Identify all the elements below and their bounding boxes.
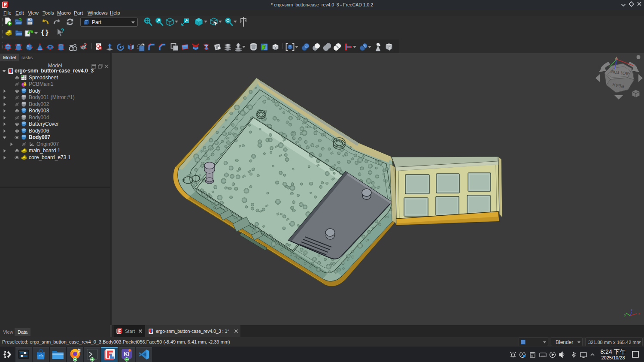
svg-text:y: y bbox=[624, 313, 626, 317]
svg-text:Ki: Ki bbox=[124, 351, 130, 357]
svg-text:z: z bbox=[631, 308, 632, 312]
svg-text:x: x bbox=[638, 312, 640, 316]
